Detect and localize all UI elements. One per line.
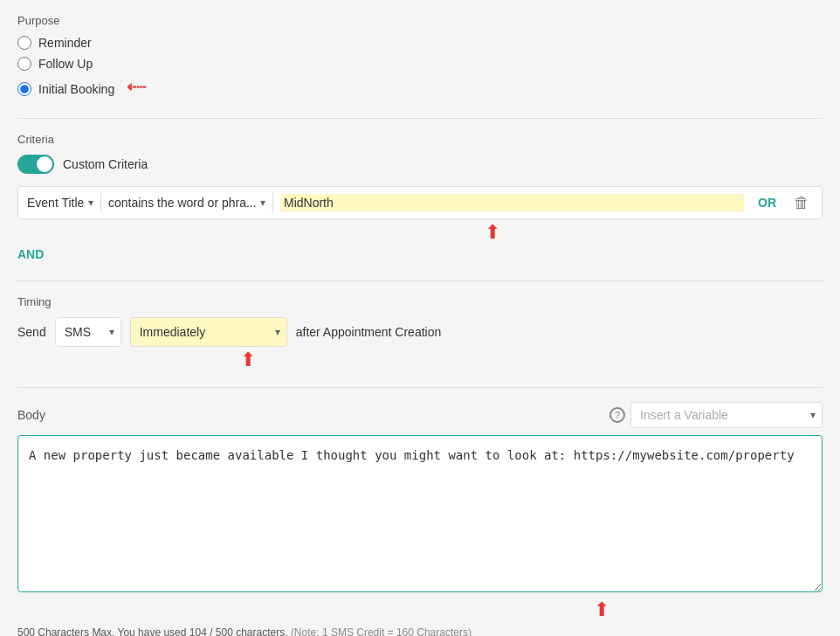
condition-select-wrapper: contains the word or phra...	[108, 196, 265, 210]
criteria-value-input[interactable]	[280, 194, 744, 211]
field-select[interactable]: Event Title	[27, 196, 102, 210]
radio-item-followup[interactable]: Follow Up	[17, 57, 823, 71]
variable-row: ? Insert a Variable	[609, 402, 823, 428]
divider-1	[17, 118, 823, 119]
body-label: Body	[17, 408, 45, 422]
purpose-radio-group: Reminder Follow Up Initial Booking ⬸	[17, 36, 823, 100]
char-count: 500 Characters Max. You have used 104 / …	[17, 626, 823, 636]
timing-value-select-outer: Immediately 1 Hour 1 Day	[130, 317, 287, 347]
criteria-filter-row: Event Title contains the word or phra...…	[17, 186, 823, 219]
arrow-midnorth: ⬆	[485, 221, 500, 244]
toggle-slider	[17, 155, 54, 174]
channel-select[interactable]: SMS Email	[55, 317, 121, 347]
or-button[interactable]: OR	[751, 192, 783, 213]
timing-value-select[interactable]: Immediately 1 Hour 1 Day	[130, 317, 287, 347]
channel-select-outer: SMS Email	[55, 317, 121, 347]
arrow-initialbooking: ⬸	[127, 78, 146, 100]
body-header: Body ? Insert a Variable	[17, 402, 823, 428]
radio-followup-label: Follow Up	[38, 57, 93, 71]
criteria-label: Criteria	[17, 133, 823, 146]
custom-criteria-toggle[interactable]	[17, 155, 54, 174]
arrow-body-link: ⬆	[594, 598, 609, 621]
arrow-immediately: ⬆	[240, 349, 256, 371]
char-note: (Note: 1 SMS Credit = 160 Characters)	[291, 626, 472, 636]
radio-initialbooking-label: Initial Booking	[38, 82, 114, 96]
variable-select-outer: Insert a Variable	[630, 402, 823, 428]
body-textarea[interactable]: A new property just became available I t…	[17, 435, 823, 592]
purpose-label: Purpose	[17, 14, 823, 27]
radio-initialbooking[interactable]	[17, 82, 31, 96]
divider-3	[17, 387, 823, 388]
custom-criteria-text: Custom Criteria	[63, 157, 148, 171]
char-info: 500 Characters Max. You have used 104 / …	[17, 626, 288, 636]
timing-row: Send SMS Email Immediately 1 Hour 1 Day …	[17, 317, 823, 347]
custom-criteria-row: Custom Criteria	[17, 155, 823, 174]
condition-select[interactable]: contains the word or phra...	[108, 196, 274, 210]
radio-item-initialbooking[interactable]: Initial Booking ⬸	[17, 78, 823, 100]
timing-label: Timing	[17, 295, 823, 308]
radio-item-reminder[interactable]: Reminder	[17, 36, 823, 50]
divider-2	[17, 280, 823, 281]
after-text: after Appointment Creation	[296, 325, 442, 339]
variable-select[interactable]: Insert a Variable	[630, 402, 823, 428]
delete-criteria-icon[interactable]: 🗑	[790, 194, 813, 212]
help-icon[interactable]: ?	[609, 407, 625, 423]
radio-reminder[interactable]	[17, 36, 31, 50]
radio-followup[interactable]	[17, 57, 31, 71]
and-button[interactable]: AND	[17, 244, 44, 265]
radio-reminder-label: Reminder	[38, 36, 92, 50]
send-label: Send	[17, 325, 46, 339]
field-select-wrapper: Event Title	[27, 196, 93, 210]
